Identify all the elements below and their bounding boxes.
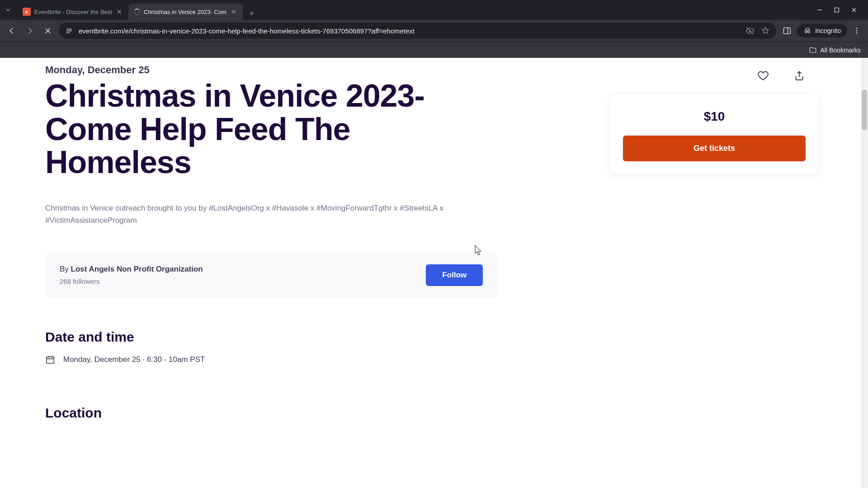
tab-eventbrite-home[interactable]: e Eventbrite - Discover the Best ✕ <box>17 4 128 20</box>
follow-button[interactable]: Follow <box>426 264 483 286</box>
svg-point-9 <box>856 33 858 34</box>
svg-rect-2 <box>66 29 72 30</box>
address-bar[interactable]: eventbrite.com/e/christmas-in-venice-202… <box>59 23 776 39</box>
all-bookmarks-button[interactable]: All Bookmarks <box>809 46 861 54</box>
maximize-icon[interactable] <box>833 6 841 14</box>
by-prefix: By <box>60 265 71 273</box>
close-tab-icon[interactable]: ✕ <box>230 8 237 15</box>
eventbrite-favicon: e <box>23 8 31 16</box>
stop-reload-button[interactable] <box>41 23 55 38</box>
svg-rect-1 <box>835 8 839 12</box>
loading-favicon <box>134 9 140 15</box>
svg-rect-3 <box>66 30 72 31</box>
forward-button[interactable] <box>23 23 37 38</box>
page-content: $10 Get tickets Monday, December 25 Chri… <box>0 58 868 449</box>
calendar-icon <box>45 355 55 365</box>
address-bar-icons <box>745 26 770 35</box>
event-description: Christmas in Venice outreach brought to … <box>45 202 452 226</box>
share-icon <box>793 70 805 82</box>
url-text: eventbrite.com/e/christmas-in-venice-202… <box>79 27 740 35</box>
event-action-icons <box>753 66 809 86</box>
window-controls <box>808 6 865 14</box>
organizer-card: By Lost Angels Non Profit Organization 2… <box>45 253 497 298</box>
bookmarks-bar: All Bookmarks <box>0 42 868 58</box>
tab-title: Eventbrite - Discover the Best <box>34 9 112 15</box>
like-button[interactable] <box>753 66 773 86</box>
tab-title: Christmas in Venice 2023- Com <box>144 9 226 15</box>
incognito-icon <box>803 27 811 35</box>
organizer-name[interactable]: Lost Angels Non Profit Organization <box>71 265 203 273</box>
ticket-price: $10 <box>623 109 806 124</box>
browser-tab-strip: e Eventbrite - Discover the Best ✕ Chris… <box>0 0 868 20</box>
svg-rect-5 <box>784 28 791 33</box>
organizer-info: By Lost Angels Non Profit Organization 2… <box>60 265 203 285</box>
tab-search-dropdown[interactable] <box>3 5 14 15</box>
close-tab-icon[interactable]: ✕ <box>116 8 123 15</box>
organizer-followers: 268 followers <box>60 277 203 285</box>
svg-point-8 <box>856 30 858 32</box>
chrome-menu-icon[interactable] <box>853 27 861 35</box>
site-info-icon[interactable] <box>65 27 73 35</box>
toolbar-right: Incognito <box>780 24 863 38</box>
page-viewport: $10 Get tickets Monday, December 25 Chri… <box>0 58 868 488</box>
svg-rect-4 <box>66 32 70 33</box>
event-title: Christmas in Venice 2023- Come Help Feed… <box>45 80 452 179</box>
all-bookmarks-label: All Bookmarks <box>821 47 861 54</box>
datetime-heading: Date and time <box>45 329 506 345</box>
share-button[interactable] <box>789 66 809 86</box>
new-tab-button[interactable]: + <box>245 7 258 20</box>
minimize-icon[interactable] <box>816 6 824 14</box>
organizer-byline: By Lost Angels Non Profit Organization <box>60 265 203 274</box>
bookmark-star-icon[interactable] <box>761 26 770 35</box>
ticket-panel: $10 Get tickets <box>610 94 818 174</box>
event-date-short: Monday, December 25 <box>45 64 506 76</box>
tabs-container: e Eventbrite - Discover the Best ✕ Chris… <box>17 0 808 20</box>
browser-toolbar: eventbrite.com/e/christmas-in-venice-202… <box>0 20 868 42</box>
main-column: Monday, December 25 Christmas in Venice … <box>45 64 506 421</box>
close-window-icon[interactable] <box>850 6 858 14</box>
svg-rect-10 <box>47 357 54 363</box>
side-panel-icon[interactable] <box>783 26 792 35</box>
datetime-value: Monday, December 25 · 6:30 - 10am PST <box>63 355 205 364</box>
eye-off-icon[interactable] <box>745 26 755 35</box>
heart-icon <box>757 70 769 82</box>
svg-point-7 <box>856 28 858 29</box>
folder-icon <box>809 46 817 54</box>
incognito-badge[interactable]: Incognito <box>797 24 847 38</box>
back-button[interactable] <box>5 23 19 38</box>
get-tickets-button[interactable]: Get tickets <box>623 136 806 161</box>
datetime-row: Monday, December 25 · 6:30 - 10am PST <box>45 355 506 365</box>
location-heading: Location <box>45 405 506 421</box>
tab-event-page[interactable]: Christmas in Venice 2023- Com ✕ <box>128 4 243 20</box>
incognito-label: Incognito <box>815 27 841 34</box>
